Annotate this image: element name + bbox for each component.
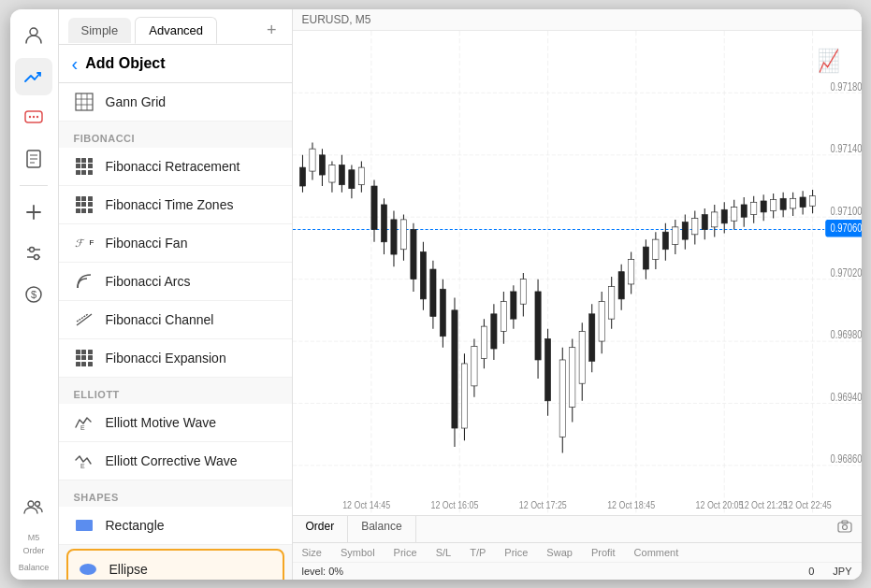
svg-point-30 <box>80 564 96 575</box>
svg-rect-108 <box>569 347 574 407</box>
sidebar-item-person[interactable] <box>15 17 52 54</box>
svg-text:12 Oct 16:05: 12 Oct 16:05 <box>430 499 478 510</box>
sidebar-m5-label: M5 <box>15 533 52 542</box>
svg-text:0.97100: 0.97100 <box>830 204 862 216</box>
svg-rect-82 <box>429 269 435 316</box>
panel-title: Add Object <box>85 55 165 72</box>
list-item-elliott-motive[interactable]: E Elliott Motive Wave <box>59 404 292 442</box>
col-price-current: Price <box>504 547 528 558</box>
elliott-motive-label: Elliott Motive Wave <box>106 415 217 430</box>
footer-level: level: 0% <box>302 566 344 577</box>
svg-rect-58 <box>309 149 314 171</box>
elliott-corrective-label: Elliott Corrective Wave <box>106 453 238 468</box>
gann-grid-label: Gann Grid <box>106 94 167 109</box>
svg-rect-29 <box>76 520 93 531</box>
svg-rect-154 <box>799 196 805 207</box>
list-item-fib-fan[interactable]: ℱ F Fibonacci Fan <box>59 224 292 263</box>
rectangle-icon <box>74 515 94 536</box>
sidebar-bottom: M5 Order Balance <box>15 488 52 580</box>
sidebar-item-dollar[interactable]: $ <box>15 276 52 313</box>
fib-arcs-label: Fibonacci Arcs <box>106 274 191 289</box>
svg-rect-150 <box>779 198 785 209</box>
svg-point-17 <box>28 501 34 507</box>
footer-screenshot-btn[interactable] <box>828 516 862 542</box>
footer-tab-order[interactable]: Order <box>293 516 349 542</box>
ellipse-label: Ellipse <box>109 562 148 577</box>
fib-channel-label: Fibonacci Channel <box>106 312 214 327</box>
svg-rect-124 <box>652 239 658 259</box>
sidebar-item-chart[interactable] <box>15 58 52 95</box>
sidebar-item-people[interactable] <box>15 488 52 525</box>
list-item-gann-grid[interactable]: Gann Grid <box>59 83 292 122</box>
col-tp: T/P <box>470 547 486 558</box>
tab-advanced[interactable]: Advanced <box>135 17 217 44</box>
svg-rect-144 <box>750 202 756 214</box>
svg-rect-88 <box>461 363 467 427</box>
icon-bar-divider-1 <box>20 185 48 186</box>
footer-columns: Size Symbol Price S/L T/P Price Swap Pro… <box>293 543 862 562</box>
svg-rect-78 <box>410 229 415 279</box>
fib-fan-label: Fibonacci Fan <box>106 236 188 251</box>
icon-bar: $ M5 Order Balance <box>10 9 59 580</box>
svg-text:0.97140: 0.97140 <box>830 142 862 154</box>
svg-rect-76 <box>400 219 406 249</box>
sidebar-item-sliders[interactable] <box>15 235 52 272</box>
svg-rect-80 <box>420 251 426 298</box>
footer-tab-balance[interactable]: Balance <box>348 516 415 542</box>
chart-main[interactable]: 0.97180 0.97140 0.97100 0.97060 0.97020 … <box>293 31 862 515</box>
col-profit: Profit <box>591 547 616 558</box>
svg-rect-152 <box>790 198 795 208</box>
list-item-fib-retracement[interactable]: Fibonacci Retracement <box>59 148 292 186</box>
svg-point-4 <box>36 115 38 117</box>
list-item-fib-expansion[interactable]: Fibonacci Expansion <box>59 339 292 378</box>
list-item-fib-arcs[interactable]: Fibonacci Arcs <box>59 263 292 301</box>
svg-rect-106 <box>559 359 565 436</box>
elliott-motive-icon: E <box>74 412 94 433</box>
list-item-ellipse[interactable]: Ellipse <box>66 549 284 580</box>
sidebar-item-plus[interactable] <box>15 194 52 231</box>
svg-rect-74 <box>390 219 396 253</box>
chart-area: EURUSD, M5 0.9718 <box>293 9 862 580</box>
tab-simple[interactable]: Simple <box>68 18 132 43</box>
list-item-fib-time-zones[interactable]: Fibonacci Time Zones <box>59 186 292 224</box>
svg-rect-72 <box>381 204 386 241</box>
fib-retracement-label: Fibonacci Retracement <box>106 159 240 174</box>
svg-rect-138 <box>721 209 727 223</box>
panel-tabs: Simple Advanced + <box>59 9 292 45</box>
list-item-rectangle[interactable]: Rectangle <box>59 507 292 545</box>
svg-rect-68 <box>358 167 364 185</box>
svg-text:0.96860: 0.96860 <box>830 452 862 465</box>
svg-rect-116 <box>608 286 614 319</box>
fib-time-zones-icon <box>74 194 94 215</box>
app-container: $ M5 Order Balance Simple Adv <box>10 9 862 580</box>
svg-text:0.97180: 0.97180 <box>830 79 862 92</box>
svg-rect-66 <box>348 169 354 188</box>
svg-rect-100 <box>520 279 526 304</box>
tab-add[interactable]: + <box>261 19 283 42</box>
svg-rect-70 <box>370 186 376 229</box>
svg-text:12 Oct 18:45: 12 Oct 18:45 <box>607 499 655 510</box>
svg-text:📈: 📈 <box>817 47 839 74</box>
fib-expansion-label: Fibonacci Expansion <box>106 351 226 366</box>
svg-rect-142 <box>741 204 747 216</box>
svg-text:ℱ: ℱ <box>74 237 84 249</box>
svg-text:12 Oct 21:25: 12 Oct 21:25 <box>739 499 787 510</box>
svg-rect-84 <box>440 289 445 336</box>
svg-rect-102 <box>534 291 540 359</box>
section-fibonacci: FIBONACCI <box>59 122 292 148</box>
rectangle-label: Rectangle <box>106 518 165 533</box>
svg-rect-132 <box>691 218 697 234</box>
chart-svg: 0.97180 0.97140 0.97100 0.97060 0.97020 … <box>293 31 862 515</box>
svg-rect-96 <box>501 301 506 331</box>
section-shapes: SHAPES <box>59 480 292 507</box>
panel-content: Gann Grid FIBONACCI Fibonacci Retracemen… <box>59 83 292 580</box>
svg-rect-126 <box>662 232 668 250</box>
svg-rect-130 <box>682 222 688 239</box>
list-item-elliott-corrective[interactable]: E Elliott Corrective Wave <box>59 442 292 480</box>
sidebar-item-chat[interactable] <box>15 99 52 136</box>
sidebar-item-document[interactable] <box>15 140 52 178</box>
fib-channel-icon <box>74 309 94 330</box>
col-sl: S/L <box>436 547 452 558</box>
list-item-fib-channel[interactable]: Fibonacci Channel <box>59 301 292 339</box>
back-button[interactable]: ‹ <box>72 54 79 73</box>
